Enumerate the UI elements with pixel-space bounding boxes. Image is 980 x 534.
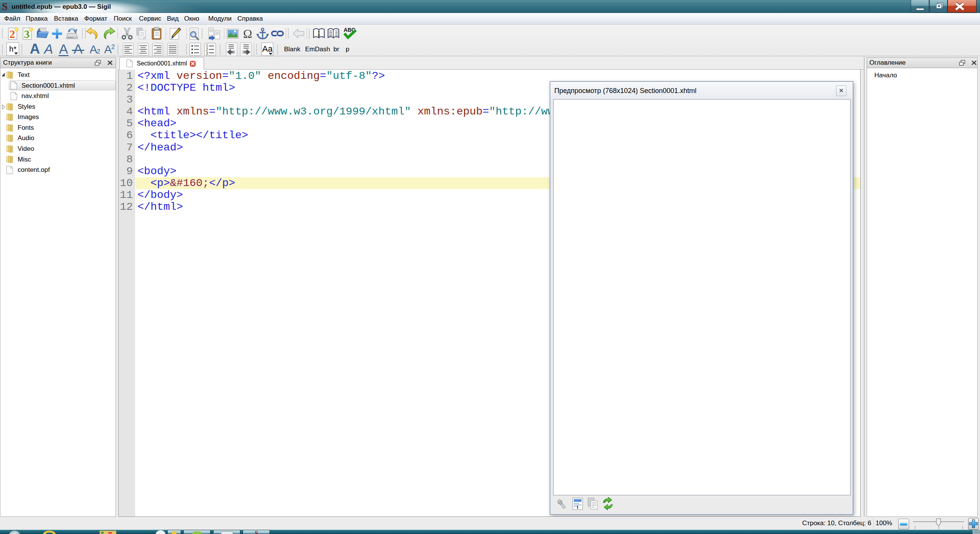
svg-text:3: 3 (206, 51, 208, 56)
svg-text:2: 2 (10, 28, 15, 40)
svg-text:3: 3 (24, 28, 30, 40)
svg-text:Ω: Ω (243, 27, 252, 41)
